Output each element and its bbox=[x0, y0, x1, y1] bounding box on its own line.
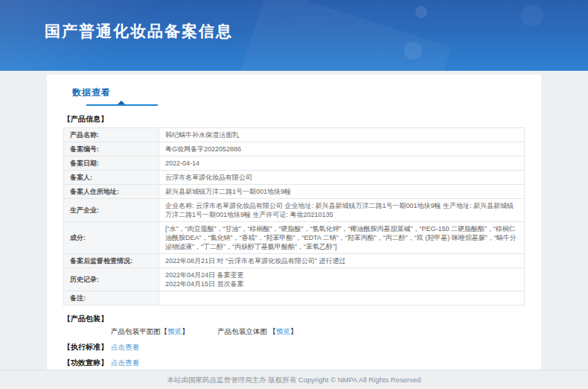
table-row: 生产企业: 企业名称: 云浮市名草源化妆品有限公司 企业地址: 新兴县新城镇万洋… bbox=[64, 199, 525, 222]
copyright-text: 本站由国家药品监督管理局主办 版权所有 Copyright © NMPA All… bbox=[167, 376, 421, 384]
row-label: 生产企业: bbox=[64, 199, 159, 222]
bracket: 】 bbox=[182, 327, 189, 335]
row-value bbox=[159, 291, 525, 306]
efficacy-claim-view-link[interactable]: 点击查看 bbox=[111, 358, 139, 367]
row-value: 2022-04-14 bbox=[159, 156, 525, 171]
page-title: 国产普通化妆品备案信息 bbox=[0, 0, 588, 42]
page-footer: 本站由国家药品监督管理局主办 版权所有 Copyright © NMPA All… bbox=[0, 370, 588, 389]
packaging-flat-image-item: 产品包装平面图【预览】 bbox=[111, 327, 191, 335]
row-label: 历史记录: bbox=[64, 268, 159, 291]
row-value: [“水”，“肉豆蔻酸”，“甘油”，“棕榈酸”，“硬脂酸”，“氢氧化钾”，“椰油酰… bbox=[159, 222, 525, 254]
tab-active-caret-icon bbox=[118, 101, 125, 104]
efficacy-claim-label: 【功效宣称】 bbox=[63, 358, 108, 367]
row-label: 产品名称: bbox=[64, 128, 159, 142]
execution-standard-view-link[interactable]: 点击查看 bbox=[111, 343, 139, 351]
table-row: 产品名称: 韩纪蜗牛补水保湿洁面乳 bbox=[64, 128, 525, 142]
tab-active-underline bbox=[86, 104, 158, 106]
content-card: 数据查看 【产品信息】 产品名称: 韩纪蜗牛补水保湿洁面乳 备案编号: 粤G妆网… bbox=[47, 75, 541, 374]
table-row: 成分: [“水”，“肉豆蔻酸”，“甘油”，“棕榈酸”，“硬脂酸”，“氢氧化钾”，… bbox=[64, 222, 525, 254]
row-label: 备案编号: bbox=[64, 142, 159, 156]
tab-data-view-label: 数据查看 bbox=[72, 87, 111, 98]
row-label: 备案日期: bbox=[64, 156, 159, 171]
history-line: 2022年04月24日 备案变更 bbox=[165, 271, 518, 279]
packaging-row: 产品包装平面图【预览】 产品包装立体图 【预览】 bbox=[111, 327, 541, 337]
packaging-flat-preview-link[interactable]: 预览 bbox=[167, 327, 182, 335]
bracket: 】 bbox=[290, 327, 298, 335]
table-row: 备案人住所地址: 新兴县新城镇万洋二路1号一期001地块9幢 bbox=[64, 185, 525, 199]
row-label: 成分: bbox=[64, 222, 159, 254]
table-row: 备案编号: 粤G妆网备字2022052886 bbox=[64, 142, 525, 156]
table-row: 备案人: 云浮市名草源化妆品有限公司 bbox=[64, 171, 525, 185]
row-value: 韩纪蜗牛补水保湿洁面乳 bbox=[159, 128, 525, 142]
packaging-3d-preview-link[interactable]: 预览 bbox=[276, 327, 290, 335]
product-info-table: 产品名称: 韩纪蜗牛补水保湿洁面乳 备案编号: 粤G妆网备字2022052886… bbox=[63, 127, 525, 306]
header-decoration-circle bbox=[404, 42, 422, 60]
row-value: 2022年04月24日 备案变更 2022年04月15日 首次备案 bbox=[159, 268, 525, 291]
table-row: 备案日期: 2022-04-14 bbox=[64, 156, 525, 171]
page-header: 国产普通化妆品备案信息 bbox=[0, 0, 588, 71]
table-row: 备注: bbox=[64, 291, 525, 306]
packaging-section-title: 【产品包装】 bbox=[63, 314, 541, 324]
bracket: 【 bbox=[161, 327, 168, 335]
row-value: 新兴县新城镇万洋二路1号一期001地块9幢 bbox=[159, 185, 525, 199]
history-line: 2022年04月15日 首次备案 bbox=[165, 279, 518, 288]
packaging-3d-image-label: 产品包装立体图 bbox=[217, 327, 269, 335]
row-value: 2022年08月21日 对 “云浮市名草源化妆品有限公司” 进行通过 bbox=[159, 254, 525, 268]
row-value: 企业名称: 云浮市名草源化妆品有限公司 企业地址: 新兴县新城镇万洋二路1号一期… bbox=[159, 199, 525, 222]
table-row: 备案后监督检查情况: 2022年08月21日 对 “云浮市名草源化妆品有限公司”… bbox=[64, 254, 525, 268]
product-info-section-title: 【产品信息】 bbox=[63, 114, 541, 124]
packaging-flat-image-label: 产品包装平面图 bbox=[111, 327, 161, 335]
execution-standard-row: 【执行标准】点击查看 bbox=[63, 342, 541, 352]
row-label: 备案后监督检查情况: bbox=[64, 254, 159, 268]
efficacy-claim-row: 【功效宣称】点击查看 bbox=[63, 358, 541, 368]
row-label: 备注: bbox=[64, 291, 159, 306]
row-value: 粤G妆网备字2022052886 bbox=[159, 142, 525, 156]
table-row: 历史记录: 2022年04月24日 备案变更 2022年04月15日 首次备案 bbox=[64, 268, 525, 291]
row-label: 备案人住所地址: bbox=[64, 185, 159, 199]
packaging-3d-image-item: 产品包装立体图 【预览】 bbox=[217, 327, 297, 335]
bracket: 【 bbox=[269, 327, 276, 335]
row-value: 云浮市名草源化妆品有限公司 bbox=[159, 171, 525, 185]
row-label: 备案人: bbox=[64, 171, 159, 185]
tab-data-view[interactable]: 数据查看 bbox=[72, 85, 158, 106]
execution-standard-label: 【执行标准】 bbox=[63, 343, 108, 351]
tab-bar: 数据查看 bbox=[47, 80, 541, 106]
